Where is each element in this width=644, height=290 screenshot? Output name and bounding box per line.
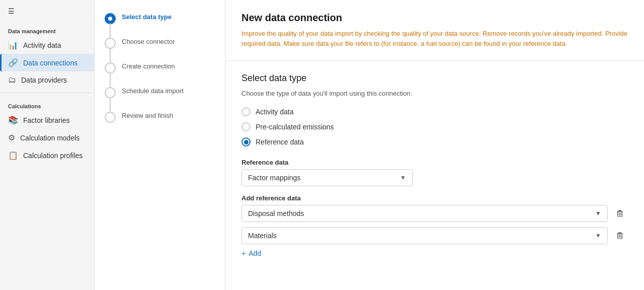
info-text: Improve the quality of your data import …	[242, 29, 628, 48]
sidebar-item-activity-data[interactable]: 📊 Activity data	[0, 36, 94, 54]
radio-reference-data[interactable]: Reference data	[242, 137, 628, 147]
reference-data-arrow: ▼	[400, 174, 406, 181]
radio-label-reference: Reference data	[256, 138, 304, 146]
add-link-label: Add	[249, 249, 261, 257]
factor-libraries-icon: 📚	[8, 115, 18, 125]
svg-rect-1	[617, 211, 623, 211]
radio-label-precalculated: Pre-calculated emissions	[256, 123, 334, 131]
data-providers-icon: 🗂	[8, 76, 16, 85]
sidebar-item-data-connections[interactable]: 🔗 Data connections	[0, 54, 94, 71]
sidebar-item-data-providers[interactable]: 🗂 Data providers	[0, 71, 94, 89]
section-title: Select data type	[242, 73, 628, 84]
reference-data-dropdown[interactable]: Factor mappings ▼	[242, 169, 413, 186]
trash-icon	[616, 209, 624, 218]
step-label-2: Choose connector	[122, 37, 175, 61]
reference-data-label: Reference data	[242, 159, 628, 166]
materials-arrow: ▼	[595, 232, 601, 239]
disposal-methods-dropdown[interactable]: Disposal methods ▼	[242, 205, 608, 222]
trash-icon	[616, 232, 624, 240]
hamburger-button[interactable]: ☰	[0, 0, 94, 22]
step-review-and-finish[interactable]: Review and finish	[105, 111, 215, 135]
step-select-data-type[interactable]: Select data type	[105, 12, 215, 37]
calculation-profiles-icon: 📋	[8, 151, 18, 160]
step-circle-5	[105, 112, 116, 123]
sidebar-item-label: Calculation models	[20, 134, 79, 142]
reference-data-value: Factor mappings	[248, 174, 300, 182]
radio-label-activity: Activity data	[256, 108, 293, 116]
disposal-methods-arrow: ▼	[595, 210, 601, 217]
add-reference-label: Add reference data	[242, 194, 628, 202]
step-circle-2	[105, 38, 116, 49]
sidebar-item-label: Data connections	[23, 59, 77, 67]
sidebar: ☰ Data management 📊 Activity data 🔗 Data…	[0, 0, 95, 290]
sidebar-item-factor-libraries[interactable]: 📚 Factor libraries	[0, 111, 94, 129]
sidebar-item-calculation-models[interactable]: ⚙ Calculation models	[0, 129, 94, 147]
step-create-connection[interactable]: Create connection	[105, 61, 215, 86]
add-ref-row-1: Disposal methods ▼	[242, 205, 628, 222]
add-reference-section: Add reference data Disposal methods ▼ Ma…	[242, 194, 628, 257]
step-label-1: Select data type	[122, 12, 172, 37]
radio-input-precalculated	[242, 122, 251, 131]
page-title: New data connection	[242, 12, 628, 24]
step-label-3: Create connection	[122, 61, 175, 86]
activity-data-icon: 📊	[8, 40, 18, 50]
sidebar-item-label: Calculation profiles	[23, 152, 83, 160]
main-content: New data connection Improve the quality …	[225, 0, 644, 290]
sidebar-divider	[0, 93, 94, 93]
svg-rect-7	[617, 233, 623, 234]
add-ref-row-2: Materials ▼	[242, 227, 628, 244]
sidebar-item-label: Factor libraries	[23, 116, 70, 124]
radio-input-activity	[242, 107, 251, 116]
step-circle-4	[105, 87, 116, 98]
add-icon: +	[242, 249, 246, 257]
section-label-data-management: Data management	[0, 22, 94, 36]
materials-value: Materials	[248, 232, 277, 240]
hamburger-icon: ☰	[8, 7, 15, 15]
radio-input-reference	[242, 137, 251, 147]
step-label-5: Review and finish	[122, 111, 173, 135]
materials-dropdown[interactable]: Materials ▼	[242, 227, 608, 244]
stepper-panel: Select data type Choose connector Create…	[95, 0, 225, 290]
svg-rect-6	[618, 232, 621, 233]
step-circle-1	[105, 13, 116, 24]
disposal-methods-value: Disposal methods	[248, 209, 304, 218]
sidebar-section-data-management: Data management 📊 Activity data 🔗 Data c…	[0, 22, 94, 89]
sidebar-item-label: Data providers	[21, 76, 67, 84]
sidebar-item-calculation-profiles[interactable]: 📋 Calculation profiles	[0, 147, 94, 164]
section-desc: Choose the type of data you'll import us…	[242, 90, 628, 97]
add-reference-link[interactable]: + Add	[242, 249, 628, 257]
calculation-models-icon: ⚙	[8, 133, 15, 142]
section-label-calculations: Calculations	[0, 97, 94, 111]
step-schedule-data-import[interactable]: Schedule data import	[105, 86, 215, 111]
radio-pre-calculated[interactable]: Pre-calculated emissions	[242, 122, 628, 131]
sidebar-section-calculations: Calculations 📚 Factor libraries ⚙ Calcul…	[0, 97, 94, 164]
step-choose-connector[interactable]: Choose connector	[105, 37, 215, 61]
section-divider	[225, 60, 644, 61]
delete-disposal-methods-button[interactable]	[612, 205, 628, 222]
delete-materials-button[interactable]	[612, 228, 628, 244]
data-connections-icon: 🔗	[8, 58, 18, 67]
svg-rect-0	[618, 210, 621, 211]
radio-group: Activity data Pre-calculated emissions R…	[242, 107, 628, 147]
step-label-4: Schedule data import	[122, 86, 184, 111]
radio-activity-data[interactable]: Activity data	[242, 107, 628, 116]
sidebar-item-label: Activity data	[23, 41, 61, 49]
reference-data-section: Reference data Factor mappings ▼	[242, 159, 628, 186]
step-circle-3	[105, 62, 116, 74]
